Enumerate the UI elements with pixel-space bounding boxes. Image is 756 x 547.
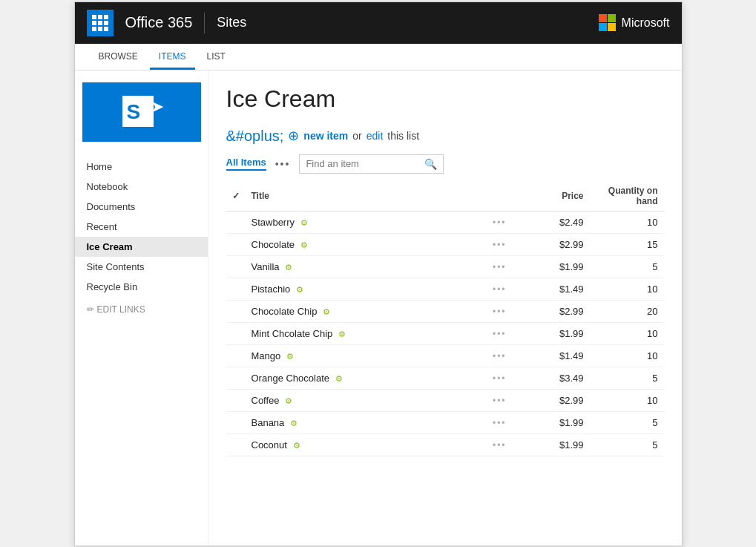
row-dots[interactable]: ••• — [487, 322, 545, 344]
row-qty: 15 — [590, 233, 664, 255]
tab-browse[interactable]: BROWSE — [90, 47, 147, 70]
microsoft-logo: Microsoft — [599, 14, 670, 31]
topbar-divider — [204, 13, 205, 33]
list-toolbar: All Items ••• 🔍 — [226, 154, 664, 174]
row-price: $1.99 — [545, 322, 590, 344]
row-dots[interactable]: ••• — [487, 255, 545, 278]
plus-circle-icon[interactable]: ⊕ — [288, 128, 299, 144]
topbar: Office 365 Sites Microsoft — [75, 2, 682, 44]
row-dots[interactable]: ••• — [487, 344, 545, 367]
row-dots[interactable]: ••• — [487, 278, 545, 300]
sidebar-item-home[interactable]: Home — [75, 157, 208, 177]
search-button[interactable]: 🔍 — [418, 155, 443, 173]
pencil-icon: ✏ — [87, 304, 94, 315]
item-edit-icon[interactable]: ⚙ — [300, 240, 308, 249]
row-check — [226, 433, 246, 456]
sp-letter: S — [127, 100, 141, 124]
row-price: $1.99 — [545, 255, 590, 278]
row-dots[interactable]: ••• — [487, 433, 545, 456]
table-row: Banana ⚙ ••• $1.99 5 — [226, 411, 664, 433]
plus-icon: &#oplus; — [226, 128, 284, 143]
new-item-link[interactable]: new item — [303, 130, 348, 142]
item-edit-icon[interactable]: ⚙ — [300, 218, 308, 227]
row-check — [226, 322, 246, 344]
row-check — [226, 389, 246, 411]
edit-suffix-text: this list — [387, 130, 419, 142]
tab-items[interactable]: ITEMS — [150, 47, 195, 70]
row-qty: 10 — [590, 322, 664, 344]
row-title: Vanilla ⚙ — [246, 255, 487, 278]
row-title: Mint Chcolate Chip ⚙ — [246, 322, 487, 344]
sidebar-item-notebook[interactable]: Notebook — [75, 177, 208, 197]
col-title: Title — [246, 181, 487, 212]
edit-links-label: EDIT LINKS — [97, 304, 145, 315]
row-check — [226, 211, 246, 233]
row-dots[interactable]: ••• — [487, 411, 545, 433]
row-dots[interactable]: ••• — [487, 233, 545, 255]
item-edit-icon[interactable]: ⚙ — [296, 285, 303, 294]
item-edit-icon[interactable]: ⚙ — [338, 330, 346, 338]
row-qty: 5 — [590, 411, 664, 433]
app-title: Office 365 — [125, 14, 193, 31]
row-price: $2.99 — [545, 389, 590, 411]
row-price: $1.99 — [545, 433, 590, 456]
sidebar-item-recycle-bin[interactable]: Recycle Bin — [75, 277, 208, 297]
item-edit-icon[interactable]: ⚙ — [285, 263, 292, 272]
microsoft-label: Microsoft — [622, 16, 670, 30]
row-title: Orange Chocolate ⚙ — [246, 367, 487, 389]
row-dots[interactable]: ••• — [487, 367, 545, 389]
row-dots[interactable]: ••• — [487, 300, 545, 322]
main-content: Ice Cream &#oplus; ⊕ new item or edit th… — [208, 71, 682, 546]
col-check: ✓ — [226, 181, 246, 212]
sharepoint-logo: S ➤ — [82, 82, 201, 142]
table-row: Vanilla ⚙ ••• $1.99 5 — [226, 255, 664, 278]
row-check — [226, 300, 246, 322]
search-input[interactable] — [300, 155, 418, 172]
item-edit-icon[interactable]: ⚙ — [290, 419, 298, 428]
ms-squares-icon — [599, 14, 616, 31]
waffle-button[interactable] — [87, 10, 114, 36]
edit-links-button[interactable]: ✏ EDIT LINKS — [75, 297, 208, 322]
table-row: Chocolate Chip ⚙ ••• $2.99 20 — [226, 300, 664, 322]
row-title: Coffee ⚙ — [246, 389, 487, 411]
tab-list[interactable]: LIST — [198, 47, 234, 70]
table-row: Chocolate ⚙ ••• $2.99 15 — [226, 233, 664, 255]
item-edit-icon[interactable]: ⚙ — [285, 396, 292, 405]
waffle-icon — [92, 15, 108, 31]
item-edit-icon[interactable]: ⚙ — [286, 352, 294, 361]
col-price: Price — [545, 181, 590, 212]
sidebar-item-recent[interactable]: Recent — [75, 217, 208, 237]
row-title: Coconut ⚙ — [246, 433, 487, 456]
item-edit-icon[interactable]: ⚙ — [335, 374, 343, 383]
sidebar-item-documents[interactable]: Documents — [75, 197, 208, 217]
row-check — [226, 367, 246, 389]
item-edit-icon[interactable]: ⚙ — [323, 307, 330, 316]
table-row: Mint Chcolate Chip ⚙ ••• $1.99 10 — [226, 322, 664, 344]
row-qty: 20 — [590, 300, 664, 322]
row-check — [226, 233, 246, 255]
row-check — [226, 278, 246, 300]
row-qty: 10 — [590, 344, 664, 367]
table-row: Orange Chocolate ⚙ ••• $3.49 5 — [226, 367, 664, 389]
item-edit-icon[interactable]: ⚙ — [293, 441, 300, 450]
sidebar-item-site-contents[interactable]: Site Contents — [75, 257, 208, 277]
edit-list-link[interactable]: edit — [367, 130, 384, 142]
table-row: Coffee ⚙ ••• $2.99 10 — [226, 389, 664, 411]
row-title: Stawberry ⚙ — [246, 211, 487, 233]
body-area: S ➤ Home Notebook Documents Recent Ice C… — [75, 71, 682, 546]
row-price: $1.49 — [545, 278, 590, 300]
table-row: Mango ⚙ ••• $1.49 10 — [226, 344, 664, 367]
row-qty: 10 — [590, 389, 664, 411]
col-actions — [487, 181, 545, 212]
row-dots[interactable]: ••• — [487, 211, 545, 233]
row-check — [226, 411, 246, 433]
row-price: $1.99 — [545, 411, 590, 433]
sidebar-item-ice-cream[interactable]: Ice Cream — [75, 237, 208, 257]
row-dots[interactable]: ••• — [487, 389, 545, 411]
row-check — [226, 344, 246, 367]
app-window: Office 365 Sites Microsoft BROWSE ITEMS … — [74, 1, 683, 546]
toolbar-more-button[interactable]: ••• — [275, 158, 291, 170]
all-items-link[interactable]: All Items — [226, 157, 266, 171]
table-row: Pistachio ⚙ ••• $1.49 10 — [226, 278, 664, 300]
sp-arrow-icon: ➤ — [151, 97, 164, 117]
